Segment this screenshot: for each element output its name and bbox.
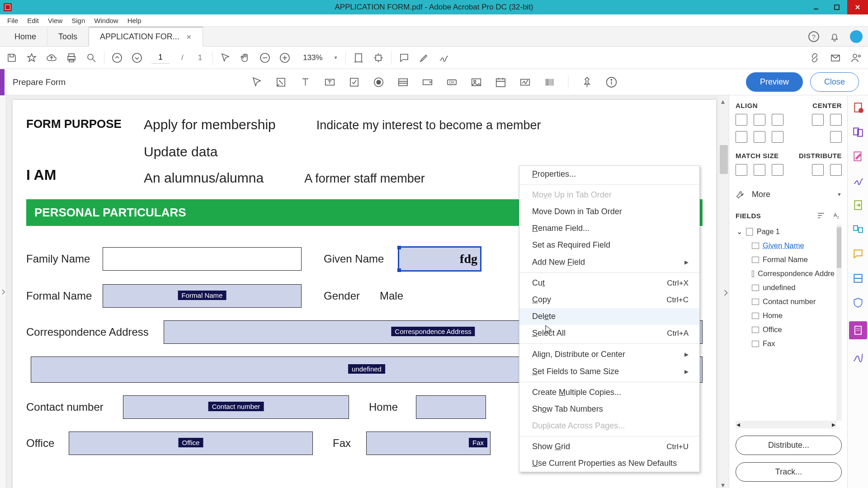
menu-help[interactable]: Help xyxy=(123,15,146,26)
distribute-v-icon[interactable] xyxy=(830,164,842,176)
comment-icon[interactable] xyxy=(399,52,410,63)
match-both-icon[interactable] xyxy=(772,164,783,176)
tree-field-formal-name[interactable]: Formal Name xyxy=(736,253,835,267)
fields-horizontal-scrollbar[interactable]: ◂▸ xyxy=(736,421,836,428)
more-dropdown-icon[interactable]: ▼ xyxy=(837,192,842,197)
highlight-icon[interactable] xyxy=(419,52,429,63)
ctx-show-grid[interactable]: Show GridCtrl+U xyxy=(519,438,699,455)
tab-order-icon[interactable]: Az xyxy=(833,211,842,220)
tab-document[interactable]: APPLICATION FOR... ✕ xyxy=(89,27,203,47)
tree-field-office[interactable]: Office xyxy=(736,323,835,337)
star-icon[interactable] xyxy=(26,52,37,63)
fit-width-icon[interactable] xyxy=(353,52,364,63)
info-icon[interactable] xyxy=(606,76,618,88)
center-h-icon[interactable] xyxy=(812,114,824,126)
scroll-up-icon[interactable]: ▴ xyxy=(721,97,726,103)
tree-field-undefined[interactable]: undefined xyxy=(736,281,835,295)
sort-fields-icon[interactable] xyxy=(816,211,826,220)
fields-vertical-scrollbar[interactable] xyxy=(836,225,842,421)
create-pdf-icon[interactable] xyxy=(852,102,864,113)
ctx-set-required[interactable]: Set as Required Field xyxy=(519,237,699,253)
text-field-tool-icon[interactable] xyxy=(300,76,311,88)
search-icon[interactable] xyxy=(86,52,97,63)
page-down-icon[interactable] xyxy=(132,52,142,63)
protect-icon[interactable] xyxy=(852,297,864,309)
ctx-add-new-field[interactable]: Add New Field xyxy=(519,253,699,271)
edit-text-tool-icon[interactable] xyxy=(275,76,287,88)
button-tool-icon[interactable]: OK xyxy=(446,76,458,88)
more-row[interactable]: More ▼ xyxy=(736,189,842,199)
field-office[interactable]: Office xyxy=(69,432,313,455)
signature-field-tool-icon[interactable] xyxy=(519,76,531,88)
maximize-button[interactable] xyxy=(826,0,847,14)
select-tool-icon[interactable] xyxy=(251,76,263,88)
radio-tool-icon[interactable] xyxy=(373,76,385,88)
notification-bell-icon[interactable] xyxy=(829,31,840,42)
tree-field-fax[interactable]: Fax xyxy=(736,337,835,351)
scroll-down-icon[interactable]: ▾ xyxy=(721,481,726,486)
scrollbar-thumb[interactable] xyxy=(720,145,728,174)
signature-icon[interactable] xyxy=(439,52,449,63)
center-both-icon[interactable] xyxy=(830,131,842,143)
align-left-icon[interactable] xyxy=(736,114,747,126)
account-avatar[interactable] xyxy=(850,30,863,43)
ctx-rename[interactable]: Rename Field... xyxy=(519,220,699,237)
combine-files-icon[interactable] xyxy=(852,126,864,138)
help-icon[interactable]: ? xyxy=(808,31,819,42)
checkbox-tool-icon[interactable] xyxy=(349,76,360,88)
menu-view[interactable]: View xyxy=(43,15,67,26)
distribute-h-icon[interactable] xyxy=(812,164,824,176)
cloud-upload-icon[interactable] xyxy=(46,52,57,63)
align-vcenter-icon[interactable] xyxy=(754,131,765,143)
scan-ocr-icon[interactable] xyxy=(852,272,864,284)
ctx-copy[interactable]: CopyCtrl+C xyxy=(519,291,699,308)
field-contact-number[interactable]: Contact number xyxy=(123,395,349,419)
image-field-tool-icon[interactable] xyxy=(471,76,482,88)
field-formal-name[interactable]: Formal Name xyxy=(103,284,302,308)
ctx-align-dist-center[interactable]: Align, Distribute or Center xyxy=(519,346,699,363)
field-family-name[interactable] xyxy=(103,247,302,271)
ctx-cut[interactable]: CutCtrl+X xyxy=(519,275,699,291)
mail-icon[interactable] xyxy=(830,52,841,63)
ctx-show-tab-numbers[interactable]: Show Tab Numbers xyxy=(519,401,699,418)
menu-edit[interactable]: Edit xyxy=(23,15,43,26)
left-collapse-handle[interactable] xyxy=(0,95,6,488)
listbox-tool-icon[interactable] xyxy=(397,76,409,88)
distribute-button[interactable]: Distribute... xyxy=(736,436,842,455)
fit-page-icon[interactable] xyxy=(373,52,384,63)
page-up-icon[interactable] xyxy=(112,52,123,63)
menu-sign[interactable]: Sign xyxy=(67,15,90,26)
align-bottom-icon[interactable] xyxy=(772,131,783,143)
save-icon[interactable] xyxy=(6,52,17,63)
field-given-name-selected[interactable]: fdg xyxy=(398,246,481,272)
ctx-move-down[interactable]: Move Down in Tab Order xyxy=(519,203,699,220)
zoom-dropdown-icon[interactable]: ▼ xyxy=(334,55,338,60)
ctx-properties[interactable]: Properties... xyxy=(519,166,699,183)
dropdown-tool-icon[interactable] xyxy=(422,76,434,88)
align-top-icon[interactable] xyxy=(736,131,747,143)
tree-field-contact[interactable]: Contact number xyxy=(736,295,835,309)
preview-button[interactable]: Preview xyxy=(746,72,803,92)
prepare-form-tool-active[interactable] xyxy=(849,321,867,339)
ctx-delete[interactable]: Delete xyxy=(519,308,699,325)
tree-field-given-name[interactable]: Given Name xyxy=(736,239,835,253)
tree-field-home[interactable]: Home xyxy=(736,309,835,323)
text-field-box-icon[interactable] xyxy=(324,76,336,88)
tab-close-icon[interactable]: ✕ xyxy=(186,33,192,41)
close-button[interactable]: Close xyxy=(810,72,859,92)
link-icon[interactable] xyxy=(809,52,820,63)
zoom-in-icon[interactable] xyxy=(279,52,290,63)
match-height-icon[interactable] xyxy=(754,164,765,176)
date-field-tool-icon[interactable] xyxy=(495,76,507,88)
barcode-tool-icon[interactable] xyxy=(544,76,556,88)
ctx-same-size[interactable]: Set Fields to Same Size xyxy=(519,363,699,380)
tab-tools[interactable]: Tools xyxy=(47,28,89,46)
sign-icon[interactable] xyxy=(852,175,864,187)
zoom-level[interactable]: 133% xyxy=(303,53,322,62)
field-home[interactable] xyxy=(416,395,486,419)
chevron-down-icon[interactable]: ⌄ xyxy=(736,227,742,236)
organize-pages-icon[interactable] xyxy=(852,224,864,235)
page-number-input[interactable]: 1 xyxy=(151,52,170,64)
right-collapse-handle[interactable] xyxy=(723,290,728,298)
tab-home[interactable]: Home xyxy=(4,28,47,46)
